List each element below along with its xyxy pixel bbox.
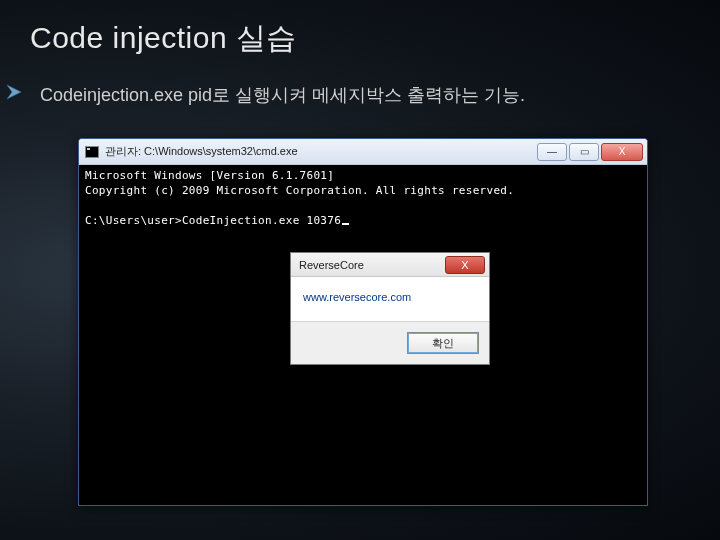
cmd-line2: Copyright (c) 2009 Microsoft Corporation… (85, 184, 514, 197)
messagebox-titlebar[interactable]: ReverseCore X (291, 253, 489, 277)
messagebox-close-button[interactable]: X (445, 256, 485, 274)
slide-title: Code injection 실습 (0, 0, 720, 59)
bullet-icon (4, 82, 24, 102)
cmd-icon (85, 146, 99, 158)
cmd-line1: Microsoft Windows [Version 6.1.7601] (85, 169, 334, 182)
cmd-prompt: C:\Users\user>CodeInjection.exe 10376 (85, 214, 341, 227)
close-button[interactable]: X (601, 143, 643, 161)
minimize-button[interactable]: — (537, 143, 567, 161)
cursor-icon (342, 223, 349, 225)
messagebox-footer: 확인 (291, 322, 489, 364)
maximize-button[interactable]: ▭ (569, 143, 599, 161)
window-controls: — ▭ X (537, 143, 643, 161)
cmd-title-text: 관리자: C:\Windows\system32\cmd.exe (105, 144, 537, 159)
messagebox-body: www.reversecore.com (291, 277, 489, 322)
messagebox-text: www.reversecore.com (303, 291, 411, 303)
messagebox: ReverseCore X www.reversecore.com 확인 (290, 252, 490, 365)
cmd-titlebar[interactable]: 관리자: C:\Windows\system32\cmd.exe — ▭ X (79, 139, 647, 165)
messagebox-title: ReverseCore (299, 259, 445, 271)
slide-subtitle: Codeinjection.exe pid로 실행시켜 메세지박스 출력하는 기… (0, 59, 720, 107)
ok-button[interactable]: 확인 (407, 332, 479, 354)
